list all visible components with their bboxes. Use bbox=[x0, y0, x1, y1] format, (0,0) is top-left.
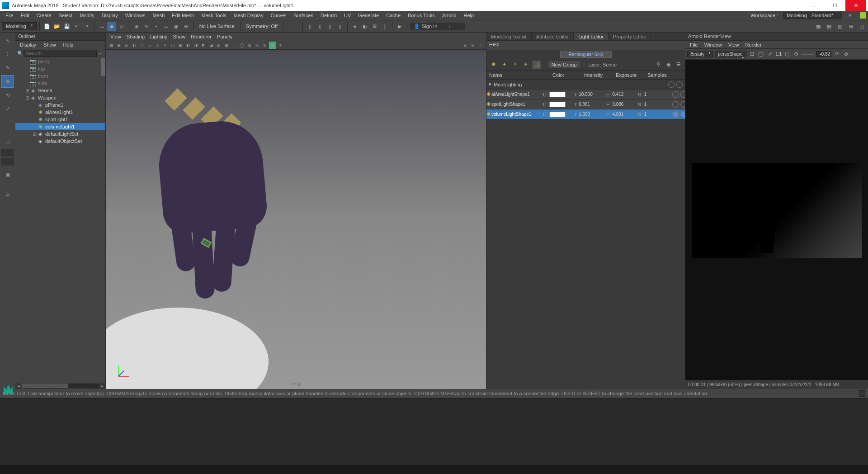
col-name[interactable]: Name bbox=[489, 72, 552, 78]
le-group-row[interactable]: ▾ MainLighting bbox=[486, 80, 685, 90]
rv-settings-icon[interactable]: ⚙ bbox=[793, 51, 800, 58]
tree-item-spotLight1[interactable]: ✺spotLight1 bbox=[15, 116, 105, 123]
workspace-dropdown[interactable] bbox=[783, 12, 842, 19]
rv-snapshot-icon[interactable]: ▢ bbox=[783, 51, 791, 58]
add-point-light-icon[interactable]: ✺ bbox=[489, 61, 497, 69]
vp-menu-show[interactable]: Show bbox=[170, 34, 189, 39]
menuset-dropdown[interactable]: Modeling bbox=[2, 22, 37, 30]
menu-display[interactable]: Display bbox=[98, 12, 122, 19]
select-object-icon[interactable]: ◆ bbox=[107, 22, 116, 31]
vp-icon[interactable]: ◉ bbox=[115, 42, 123, 49]
menu-create[interactable]: Create bbox=[33, 12, 55, 19]
layout-stack-icon[interactable] bbox=[1, 158, 14, 166]
vp-icon[interactable]: ⊡ bbox=[123, 42, 130, 49]
menu-modify[interactable]: Modify bbox=[76, 12, 98, 19]
render-settings-icon[interactable]: ⚙ bbox=[370, 22, 379, 31]
col-color[interactable]: Color bbox=[552, 72, 584, 78]
menu-file[interactable]: File bbox=[2, 12, 17, 19]
timeline-icon-1[interactable]: ▯ bbox=[306, 22, 315, 31]
add-spot-light-icon[interactable]: ✦ bbox=[500, 61, 508, 69]
tree-item-pPlane1[interactable]: ◆pPlane1 bbox=[15, 101, 105, 109]
menu-cache[interactable]: Cache bbox=[382, 12, 404, 19]
light-row-volumeLightShape1[interactable]: ✺ volumeLightShape1 C: I: 1.000 E: 4.091… bbox=[486, 109, 685, 119]
vp-icon[interactable]: ◯ bbox=[238, 42, 245, 49]
aov-dropdown[interactable]: Beauty bbox=[687, 51, 713, 57]
timeline-icon-3[interactable]: ▯ bbox=[326, 22, 335, 31]
snap-grid-icon[interactable]: ⊞ bbox=[132, 22, 141, 31]
chevron-down-icon[interactable]: ▼ bbox=[97, 52, 104, 55]
panel-layout-icon-1[interactable]: ▦ bbox=[814, 22, 823, 31]
outliner-toggle-icon[interactable]: ☰ bbox=[1, 189, 14, 202]
add-volume-light-icon[interactable]: ▢ bbox=[533, 61, 541, 69]
play-icon[interactable]: ▶ bbox=[395, 22, 404, 31]
vp-icon[interactable]: ◐ bbox=[131, 42, 138, 49]
snap-toggle-icon[interactable]: ⊕ bbox=[182, 22, 191, 31]
scale-tool[interactable]: ⤢ bbox=[1, 102, 14, 115]
new-scene-icon[interactable]: 📄 bbox=[42, 22, 52, 31]
rotate-tool[interactable]: ⟲ bbox=[1, 89, 14, 101]
lasso-tool[interactable]: ⤴ bbox=[1, 48, 14, 61]
rv-refresh-icon[interactable]: ⟳ bbox=[833, 51, 840, 58]
maximize-button[interactable]: ☐ bbox=[825, 0, 845, 11]
vp-icon[interactable]: ✦ bbox=[161, 42, 169, 49]
vp-menu-view[interactable]: View bbox=[108, 34, 124, 39]
tree-item-defaultLightSet[interactable]: ⊞◈defaultLightSet bbox=[15, 130, 105, 137]
vp-icon[interactable]: ◩ bbox=[200, 42, 207, 49]
light-row-aiAreaLightShape1[interactable]: ✺ aiAreaLightShape1 C: I: 10.000 E: 0.41… bbox=[486, 90, 685, 100]
outliner-menu-help[interactable]: Help bbox=[61, 42, 76, 47]
exposure-slider[interactable] bbox=[802, 54, 814, 55]
vp-icon[interactable]: ⊛ bbox=[261, 42, 269, 49]
vp-icon[interactable]: ⊖ bbox=[469, 42, 476, 49]
camera-dropdown[interactable]: perspShape bbox=[715, 51, 746, 57]
rv-menu-render[interactable]: Render bbox=[743, 42, 764, 47]
move-tool[interactable]: ✥ bbox=[1, 75, 14, 88]
menu-surfaces[interactable]: Surfaces bbox=[290, 12, 317, 19]
vp-icon[interactable]: ◎ bbox=[254, 42, 261, 49]
snap-live-icon[interactable]: ◉ bbox=[172, 22, 181, 31]
menu-edit[interactable]: Edit bbox=[17, 12, 33, 19]
snap-curve-icon[interactable]: ∿ bbox=[142, 22, 151, 31]
panel-layout-icon-5[interactable]: ◫ bbox=[857, 22, 866, 31]
tree-item-aiAreaLight1[interactable]: ✺aiAreaLight1 bbox=[15, 109, 105, 116]
minimize-button[interactable]: — bbox=[804, 0, 825, 11]
vp-icon[interactable]: ◨ bbox=[192, 42, 199, 49]
menu-deform[interactable]: Deform bbox=[317, 12, 340, 19]
outliner-menu-display[interactable]: Display bbox=[17, 42, 39, 47]
menu-arnold[interactable]: Arnold bbox=[439, 12, 460, 19]
menu-select[interactable]: Select bbox=[55, 12, 76, 19]
vp-menu-renderer[interactable]: Renderer bbox=[188, 34, 214, 39]
tab-attribute-editor[interactable]: Attribute Editor bbox=[532, 33, 574, 40]
vp-icon[interactable]: ◧ bbox=[184, 42, 192, 49]
menu-generate[interactable]: Generate bbox=[354, 12, 382, 19]
tree-item-persp[interactable]: 📷persp bbox=[15, 58, 105, 65]
menu-curves[interactable]: Curves bbox=[267, 12, 290, 19]
paint-select-tool[interactable]: ✎ bbox=[1, 62, 14, 74]
scroll-left-icon[interactable]: ◂ bbox=[15, 383, 22, 389]
scrollbar-thumb[interactable] bbox=[101, 58, 105, 76]
menu-editmesh[interactable]: Edit Mesh bbox=[168, 12, 198, 19]
save-icon[interactable]: 💾 bbox=[62, 22, 71, 31]
vp-icon[interactable]: ⬚ bbox=[231, 42, 238, 49]
add-directional-light-icon[interactable]: ☀ bbox=[522, 61, 530, 69]
menu-meshdisplay[interactable]: Mesh Display bbox=[230, 12, 267, 19]
timeline-icon-4[interactable]: ▯ bbox=[335, 22, 344, 31]
tab-property-editor[interactable]: Property Editor bbox=[609, 33, 651, 40]
vp-menu-panels[interactable]: Panels bbox=[214, 34, 235, 39]
tree-item-defaultObjectSet[interactable]: ◈defaultObjectSet bbox=[15, 137, 105, 145]
vp-menu-lighting[interactable]: Lighting bbox=[147, 34, 170, 39]
menu-windows[interactable]: Windows bbox=[122, 12, 149, 19]
script-editor-icon[interactable] bbox=[859, 390, 865, 397]
vp-icon[interactable]: ⬡ bbox=[138, 42, 146, 49]
undo-icon[interactable]: ↶ bbox=[72, 22, 81, 31]
rv-isolate-icon[interactable]: ⤢ bbox=[766, 51, 774, 58]
menu-mesh[interactable]: Mesh bbox=[149, 12, 168, 19]
menu-bonustools[interactable]: Bonus Tools bbox=[404, 12, 439, 19]
open-icon[interactable]: 📂 bbox=[52, 22, 61, 31]
tab-modeling-toolkit[interactable]: Modeling Toolkit bbox=[486, 33, 532, 40]
vp-icon[interactable]: ▣ bbox=[177, 42, 184, 49]
rv-menu-view[interactable]: View bbox=[726, 42, 742, 47]
vp-icon[interactable]: ◪ bbox=[208, 42, 215, 49]
vp-icon[interactable]: △ bbox=[146, 42, 153, 49]
vp-icon[interactable]: ⊕ bbox=[462, 42, 469, 49]
vp-menu-shading[interactable]: Shading bbox=[124, 34, 147, 39]
